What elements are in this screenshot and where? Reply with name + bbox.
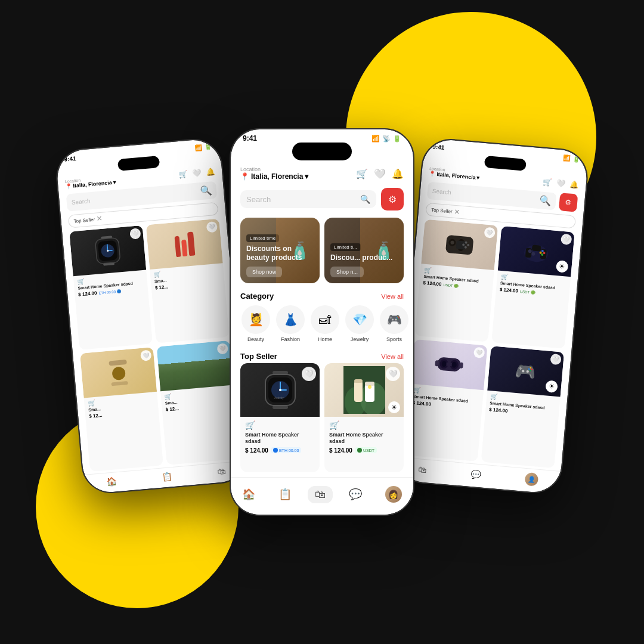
product-card-gamepad-right[interactable]: 🤍 🛒 Smart Home Speaker sdasd $ 124.00 US… [415,219,499,342]
search-placeholder-left: Search [71,188,197,206]
category-header: Category View all [231,287,413,303]
filter-icon-center: ⚙ [388,194,397,205]
product-card-gp2-right[interactable]: 🎮 🤍 ☀ 🛒 Smart Home Speaker sdasd $ 124.0… [481,346,565,468]
home-nav-icon: 🏠 [242,488,255,501]
product-info-cosm-center: 🛒 Smart Home Speaker sdasd $ 124.00 USDT [324,417,404,459]
jewelry-icon: 💎 [352,312,367,327]
nav-chat-right[interactable]: 💬 [470,469,481,479]
nav-avatar-right[interactable]: 👤 [524,472,538,487]
nav-profile-center[interactable]: 👩 [378,484,409,505]
time-right: 9:41 [432,143,445,151]
product-card-cosm-center[interactable]: 🤍 ☀ 🛒 Smart Home Speaker sdasd $ 124.00 … [324,363,404,472]
location-left: Location 📍 Italia, Florencia ▾ [64,175,116,189]
product-card-watch-left[interactable]: 🤍 🛒 Smart Home Speaker sdasd $ 124.00 ET… [69,225,153,350]
product-card-controller-right[interactable]: 🤍 ☀ 🛒 Smart Home Speaker sdasd $ 124.00 … [491,226,575,348]
filter-button-center[interactable]: ⚙ [381,188,404,210]
heart-icon-center[interactable]: 🤍 [374,168,386,179]
heart-icon-right[interactable]: 🤍 [556,178,565,187]
header-icons-left: 🛒 🤍 🔔 [178,167,215,178]
product-card-nature-left[interactable]: 🤍 🛒 Sma... $ 12... [157,340,240,465]
battery-center: 🔋 [393,135,401,143]
nav-home-center[interactable]: 🏠 [235,485,262,503]
bell-icon-left[interactable]: 🔔 [206,167,215,176]
nav-bag-right[interactable]: 🛍 [418,465,427,475]
wishlist-watch-center[interactable]: 🤍 [302,367,316,381]
category-view-all[interactable]: View all [381,293,404,300]
search-icon-right: 🔍 [538,194,552,207]
nav-bag-center[interactable]: 🛍 [308,486,333,503]
sports-icon-wrap: 🎮 [380,305,408,334]
wishlist-cosm2-left[interactable]: 🤍 [140,349,152,361]
top-seller-view-all[interactable]: View all [381,353,404,360]
status-icons-left: 📶 🔋 [194,143,212,151]
nav-catalog-center[interactable]: 📋 [271,485,299,503]
category-beauty[interactable]: 💆 Beauty [240,305,271,342]
usdt-dot [357,448,362,453]
wishlist-gamepad-right[interactable]: 🤍 [484,227,496,239]
svg-rect-44 [354,379,363,383]
fashion-icon-wrap: 👗 [276,305,305,334]
bell-icon-center[interactable]: 🔔 [392,168,404,179]
nav-catalog-left[interactable]: 📋 [162,471,172,481]
home-icon-wrap: 🛋 [311,305,339,334]
nav-chat-center[interactable]: 💬 [342,485,369,503]
home-label: Home [318,336,332,342]
sports-icon: 🎮 [387,312,402,327]
cart-icon-right[interactable]: 🛒 [542,177,552,186]
svg-point-47 [368,385,371,389]
location-block-center: Location 📍 Italia, Florencia ▾ [240,166,308,181]
product-card-vr-right[interactable]: 🤍 🛒 Smart Home Speaker sdasd $ 124.00 [404,339,488,461]
wishlist-cosmetics-left[interactable]: 🤍 [206,221,218,233]
header-icons-right: 🛒 🤍 🔔 [542,177,579,188]
banner-card-1[interactable]: 🧴 Limited time Discounts on beauty produ… [240,218,320,283]
cart-icon-center[interactable]: 🛒 [356,168,368,179]
price-row-watch-center: $ 124.00 ETH 00.00 [245,447,315,454]
bell-icon-right[interactable]: 🔔 [569,179,579,188]
svg-rect-43 [354,381,363,402]
category-sports[interactable]: 🎮 Sports [379,305,410,342]
phone-center: 9:41 📶 📡 🔋 Location 📍 Italia, Florencia [230,128,414,516]
product-price-watch-left: $ 124.00 [78,290,97,298]
wishlist-controller-right[interactable]: 🤍 [561,234,572,246]
banner-title-2: Discou... produc... [330,253,398,263]
crypto-usdt-right: USDT 🟢 [443,283,458,288]
nav-home-left[interactable]: 🏠 [106,476,117,486]
product-card-cosm2-left[interactable]: 🤍 🛒 Sma... $ 12... [80,347,163,472]
crypto-eth-center: ETH 00.00 [271,447,301,453]
product-card-cosmetics-left[interactable]: 🤍 🛒 Sma... $ 12... [146,219,230,343]
tag-close-left[interactable]: ✕ [96,215,103,224]
shop-now-btn-2[interactable]: Shop n... [330,267,364,277]
wishlist-vr-right[interactable]: 🤍 [473,346,485,358]
category-jewelry[interactable]: 💎 Jewelry [344,305,375,342]
search-input-center[interactable]: Search 🔍 [240,190,376,208]
shop-now-btn-1[interactable]: Shop now [246,267,282,277]
controller-svg-right [519,235,554,268]
banner-card-2[interactable]: 🧴 Limited ti... Discou... produc... Shop… [324,218,404,283]
catalog-nav-icon: 📋 [278,488,292,501]
bottom-nav-center: 🏠 📋 🛍 💬 👩 [231,477,413,515]
crypto-usdt-ctrl: USDT 🟢 [520,289,535,295]
filter-button-right[interactable]: ⚙ [559,193,578,212]
wishlist-cosm-center[interactable]: 🤍 [386,367,400,381]
search-bar-center: Search 🔍 ⚙ [231,184,413,214]
heart-icon-left[interactable]: 🤍 [192,168,202,177]
price-row-cosm-center: $ 124.00 USDT [329,447,399,454]
product-card-watch-center[interactable]: Activity 🤍 🛒 Smart Home Speaker sdasd $ … [240,363,320,472]
jewelry-icon-wrap: 💎 [345,305,374,334]
product-img-cosmetics-left: 🤍 [146,219,223,270]
wishlist-watch-left[interactable]: 🤍 [129,228,141,240]
filter-icon-right: ⚙ [565,198,572,207]
svg-text:Activity: Activity [274,396,284,400]
crypto-usdt-center: USDT [355,447,377,453]
nav-bag-left[interactable]: 🛍 [217,466,226,476]
product-info-watch-center: 🛒 Smart Home Speaker sdasd $ 124.00 ETH … [240,417,320,459]
product-img-cosm2-left: 🤍 [80,347,157,398]
cart-icon-left[interactable]: 🛒 [178,169,188,178]
category-home[interactable]: 🛋 Home [309,305,340,342]
brightness-icon-center: ☀ [388,401,400,413]
home-icon: 🛋 [319,313,331,327]
tag-close-right[interactable]: ✕ [454,208,460,216]
category-fashion[interactable]: 👗 Fashion [275,305,306,342]
location-value-center: 📍 Italia, Florencia ▾ [240,172,308,181]
cosmetics-svg-center [343,366,385,414]
